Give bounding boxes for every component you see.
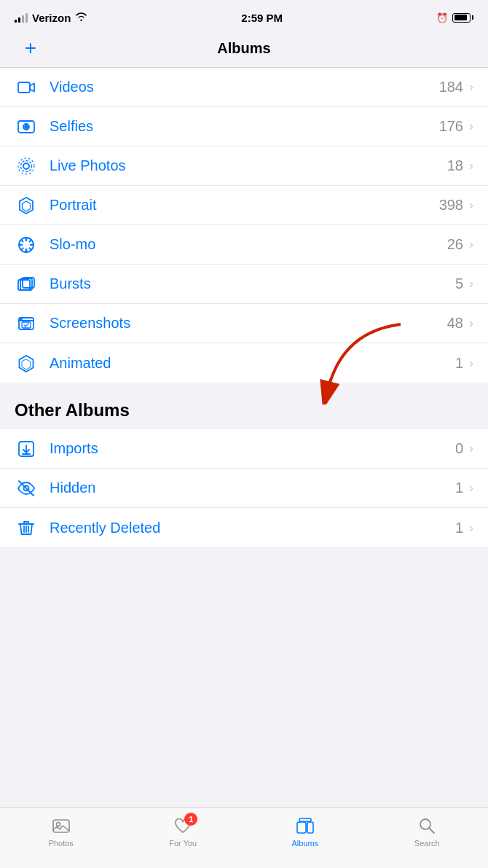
- album-count: 0: [455, 440, 463, 457]
- list-item[interactable]: Hidden 1 ›: [0, 469, 488, 508]
- wifi-icon: [75, 12, 87, 23]
- svg-line-13: [29, 248, 31, 249]
- svg-rect-29: [53, 820, 69, 832]
- photos-tab-icon: [51, 816, 71, 836]
- svg-line-14: [29, 240, 31, 241]
- add-button[interactable]: +: [15, 38, 47, 58]
- trash-icon: [15, 518, 38, 537]
- nav-bar: + Albums: [0, 32, 488, 68]
- list-item[interactable]: Portrait 398 ›: [0, 186, 488, 225]
- chevron-icon: ›: [469, 79, 473, 95]
- other-albums-section-header: Other Albums: [0, 383, 488, 429]
- svg-rect-31: [297, 822, 306, 833]
- album-count: 18: [447, 157, 463, 174]
- animated-icon: [15, 353, 38, 372]
- clock: 2:59 PM: [241, 12, 283, 24]
- chevron-icon: ›: [469, 198, 473, 213]
- album-count: 48: [447, 315, 463, 332]
- chevron-icon: ›: [469, 316, 473, 331]
- status-bar: Verizon 2:59 PM ⏰: [0, 0, 488, 32]
- album-list: Videos 184 › Selfies 176 › Live Photos 1…: [0, 68, 488, 383]
- for-you-tab-icon: 1: [173, 816, 193, 836]
- list-item[interactable]: Animated 1 ›: [0, 343, 488, 383]
- search-tab-icon: [417, 816, 437, 836]
- page-title: Albums: [217, 40, 270, 57]
- albums-tab-icon: [295, 816, 315, 836]
- album-name: Animated: [50, 355, 455, 372]
- album-name: Live Photos: [50, 157, 447, 174]
- chevron-icon: ›: [469, 237, 473, 252]
- photos-tab-label: Photos: [49, 839, 74, 848]
- chevron-icon: ›: [469, 356, 473, 371]
- album-count: 184: [439, 79, 463, 95]
- for-you-badge: 1: [184, 813, 197, 826]
- portrait-icon: [15, 196, 38, 215]
- svg-line-15: [22, 248, 23, 249]
- svg-rect-0: [18, 82, 30, 93]
- svg-point-20: [20, 318, 22, 320]
- list-item[interactable]: Screenshots 48 ›: [0, 304, 488, 343]
- album-name: Portrait: [50, 197, 439, 214]
- svg-point-3: [25, 125, 28, 128]
- svg-line-12: [22, 240, 23, 241]
- chevron-icon: ›: [469, 441, 473, 456]
- section-title: Other Albums: [15, 400, 130, 420]
- album-name: Selfies: [50, 118, 439, 135]
- album-name: Hidden: [50, 480, 455, 496]
- list-item[interactable]: Bursts 5 ›: [0, 265, 488, 304]
- chevron-icon: ›: [469, 158, 473, 173]
- bursts-icon: [15, 275, 38, 294]
- albums-tab-label: Albums: [291, 839, 318, 848]
- video-icon: [15, 78, 38, 97]
- album-count: 398: [439, 197, 463, 214]
- tab-albums[interactable]: Albums: [244, 816, 366, 848]
- svg-point-30: [56, 823, 60, 826]
- slomo-icon: [15, 235, 38, 254]
- list-item[interactable]: Recently Deleted 1 ›: [0, 508, 488, 547]
- for-you-tab-label: For You: [169, 839, 197, 848]
- imports-icon: [15, 439, 38, 458]
- album-name: Screenshots: [50, 315, 447, 332]
- other-albums-list: Imports 0 › Hidden 1 › Rece: [0, 429, 488, 547]
- tab-bar: Photos 1 For You Albums Se: [0, 808, 488, 868]
- chevron-icon: ›: [469, 119, 473, 134]
- screenshots-icon: [15, 314, 38, 333]
- tab-for-you[interactable]: 1 For You: [122, 816, 245, 848]
- list-item[interactable]: Imports 0 ›: [0, 429, 488, 469]
- svg-point-4: [23, 163, 29, 169]
- svg-line-25: [19, 481, 34, 496]
- album-count: 1: [455, 480, 463, 496]
- svg-rect-21: [22, 322, 31, 328]
- album-name: Imports: [50, 440, 455, 457]
- carrier-label: Verizon: [32, 12, 71, 24]
- album-count: 5: [455, 275, 463, 292]
- list-item[interactable]: Selfies 176 ›: [0, 107, 488, 146]
- status-right: ⏰: [436, 12, 473, 23]
- list-item[interactable]: Live Photos 18 ›: [0, 146, 488, 186]
- list-item[interactable]: Slo-mo 26 ›: [0, 225, 488, 265]
- album-count: 1: [455, 520, 463, 536]
- signal-icon: [15, 12, 28, 23]
- tab-photos[interactable]: Photos: [0, 816, 122, 848]
- chevron-icon: ›: [469, 520, 473, 536]
- search-tab-label: Search: [414, 839, 440, 848]
- svg-point-5: [21, 160, 32, 171]
- album-name: Recently Deleted: [50, 520, 455, 536]
- svg-line-35: [429, 828, 434, 833]
- battery-icon: [452, 13, 473, 23]
- album-count: 26: [447, 236, 463, 253]
- svg-rect-33: [299, 818, 311, 821]
- tab-search[interactable]: Search: [366, 816, 489, 848]
- live-photos-icon: [15, 157, 38, 176]
- svg-rect-32: [307, 822, 313, 833]
- album-name: Videos: [50, 79, 439, 95]
- chevron-icon: ›: [469, 276, 473, 292]
- album-count: 1: [455, 355, 463, 372]
- list-item[interactable]: Videos 184 ›: [0, 68, 488, 107]
- hidden-icon: [15, 479, 38, 498]
- chevron-icon: ›: [469, 480, 473, 496]
- album-name: Bursts: [50, 275, 455, 292]
- album-name: Slo-mo: [50, 236, 447, 253]
- selfie-icon: [15, 117, 38, 136]
- status-left: Verizon: [15, 12, 87, 24]
